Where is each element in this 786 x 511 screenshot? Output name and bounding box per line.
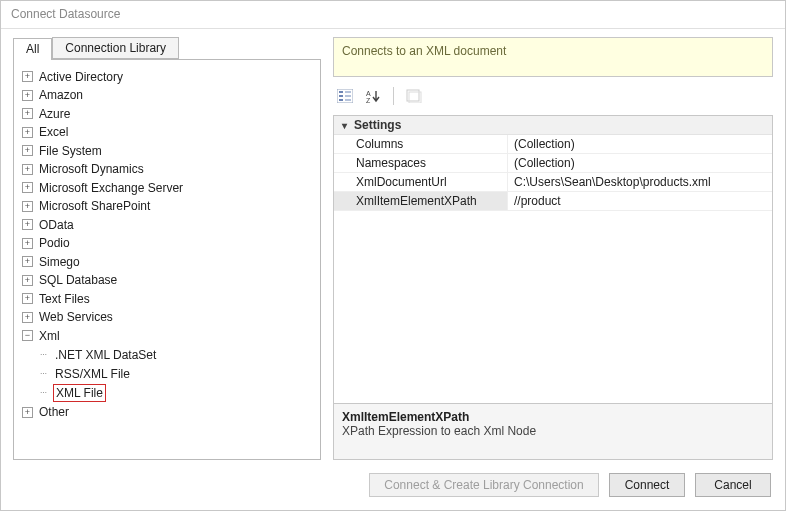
tree-item-text-files[interactable]: +Text Files xyxy=(22,291,92,307)
property-description-pane: XmlItemElementXPath XPath Expression to … xyxy=(334,403,772,459)
property-value[interactable]: (Collection) xyxy=(508,154,772,172)
expand-icon[interactable]: + xyxy=(22,293,33,304)
leaf-icon: ⋯ xyxy=(38,387,49,398)
property-row-xmldocumenturl[interactable]: XmlDocumentUrl C:\Users\Sean\Desktop\pro… xyxy=(334,173,772,192)
chevron-down-icon[interactable]: ▾ xyxy=(338,120,350,131)
category-label: Settings xyxy=(354,118,401,132)
property-name: Namespaces xyxy=(334,154,508,172)
tree-item-xml-file[interactable]: ⋯XML File xyxy=(38,384,106,402)
leaf-icon: ⋯ xyxy=(38,349,49,360)
property-row-xmlitemelementxpath[interactable]: XmlItemElementXPath //product xyxy=(334,192,772,211)
expand-icon[interactable]: + xyxy=(22,90,33,101)
tree-item-xml[interactable]: −Xml xyxy=(22,328,62,344)
property-name: XmlItemElementXPath xyxy=(334,192,508,210)
leaf-icon: ⋯ xyxy=(38,368,49,379)
alphabetical-view-icon[interactable]: AZ xyxy=(361,85,385,107)
dialog-footer: Connect & Create Library Connection Conn… xyxy=(1,460,785,510)
tree-item-ms-sharepoint[interactable]: +Microsoft SharePoint xyxy=(22,198,152,214)
right-panel: Connects to an XML document AZ ▾ Setti xyxy=(333,37,773,460)
property-grid: ▾ Settings Columns (Collection) Namespac… xyxy=(333,115,773,460)
connect-button[interactable]: Connect xyxy=(609,473,685,497)
categorized-view-icon[interactable] xyxy=(333,85,357,107)
expand-icon[interactable]: + xyxy=(22,275,33,286)
connect-datasource-dialog: Connect Datasource All Connection Librar… xyxy=(0,0,786,511)
tree-item-excel[interactable]: +Excel xyxy=(22,124,70,140)
svg-rect-2 xyxy=(339,95,343,97)
property-category-settings[interactable]: ▾ Settings xyxy=(334,116,772,135)
left-panel: All Connection Library +Active Directory… xyxy=(13,37,321,460)
cancel-button[interactable]: Cancel xyxy=(695,473,771,497)
expand-icon[interactable]: + xyxy=(22,407,33,418)
tree-item-simego[interactable]: +Simego xyxy=(22,254,82,270)
svg-rect-6 xyxy=(345,99,351,101)
tree-item-amazon[interactable]: +Amazon xyxy=(22,87,85,103)
property-grid-body[interactable]: ▾ Settings Columns (Collection) Namespac… xyxy=(334,116,772,403)
tree-xml-children: ⋯.NET XML DataSet ⋯RSS/XML File ⋯XML Fil… xyxy=(22,345,316,402)
property-value[interactable]: //product xyxy=(508,192,772,210)
propertygrid-toolbar: AZ xyxy=(333,83,773,109)
svg-text:A: A xyxy=(366,90,371,97)
property-description-title: XmlItemElementXPath xyxy=(342,410,764,424)
expand-icon[interactable]: + xyxy=(22,256,33,267)
expand-icon[interactable]: + xyxy=(22,108,33,119)
expand-icon[interactable]: + xyxy=(22,145,33,156)
property-value[interactable]: (Collection) xyxy=(508,135,772,153)
tree-item-other[interactable]: +Other xyxy=(22,404,71,420)
tree-item-azure[interactable]: +Azure xyxy=(22,106,72,122)
tree-item-podio[interactable]: +Podio xyxy=(22,235,72,251)
tree-item-sql-database[interactable]: +SQL Database xyxy=(22,272,119,288)
tab-all[interactable]: All xyxy=(13,38,52,60)
expand-icon[interactable]: + xyxy=(22,182,33,193)
tree-item-odata[interactable]: +OData xyxy=(22,217,76,233)
property-value[interactable]: C:\Users\Sean\Desktop\products.xml xyxy=(508,173,772,191)
tree-item-active-directory[interactable]: +Active Directory xyxy=(22,69,125,85)
expand-icon[interactable]: + xyxy=(22,219,33,230)
property-pages-icon[interactable] xyxy=(402,85,426,107)
tree-item-rss-xml-file[interactable]: ⋯RSS/XML File xyxy=(38,366,132,382)
svg-rect-4 xyxy=(345,91,351,93)
expand-icon[interactable]: + xyxy=(22,71,33,82)
tree-item-ms-exchange[interactable]: +Microsoft Exchange Server xyxy=(22,180,185,196)
svg-rect-1 xyxy=(339,91,343,93)
tree-item-web-services[interactable]: +Web Services xyxy=(22,309,115,325)
connector-description: Connects to an XML document xyxy=(333,37,773,77)
property-row-namespaces[interactable]: Namespaces (Collection) xyxy=(334,154,772,173)
dialog-content: All Connection Library +Active Directory… xyxy=(1,29,785,460)
expand-icon[interactable]: + xyxy=(22,164,33,175)
property-name: XmlDocumentUrl xyxy=(334,173,508,191)
property-row-columns[interactable]: Columns (Collection) xyxy=(334,135,772,154)
svg-rect-3 xyxy=(339,99,343,101)
collapse-icon[interactable]: − xyxy=(22,330,33,341)
tree-item-ms-dynamics[interactable]: +Microsoft Dynamics xyxy=(22,161,146,177)
expand-icon[interactable]: + xyxy=(22,127,33,138)
property-name: Columns xyxy=(334,135,508,153)
tabstrip: All Connection Library xyxy=(13,37,321,59)
window-title: Connect Datasource xyxy=(1,1,785,29)
svg-rect-5 xyxy=(345,95,351,97)
expand-icon[interactable]: + xyxy=(22,238,33,249)
tree-root: +Active Directory +Amazon +Azure +Excel … xyxy=(18,67,316,420)
tree-item-net-xml-dataset[interactable]: ⋯.NET XML DataSet xyxy=(38,347,158,363)
toolbar-separator xyxy=(393,87,394,105)
property-description-text: XPath Expression to each Xml Node xyxy=(342,424,764,438)
expand-icon[interactable]: + xyxy=(22,201,33,212)
tab-connection-library[interactable]: Connection Library xyxy=(52,37,179,59)
tree-item-file-system[interactable]: +File System xyxy=(22,143,104,159)
tree-panel[interactable]: +Active Directory +Amazon +Azure +Excel … xyxy=(13,59,321,460)
expand-icon[interactable]: + xyxy=(22,312,33,323)
connect-create-library-button[interactable]: Connect & Create Library Connection xyxy=(369,473,599,497)
svg-text:Z: Z xyxy=(366,97,371,103)
